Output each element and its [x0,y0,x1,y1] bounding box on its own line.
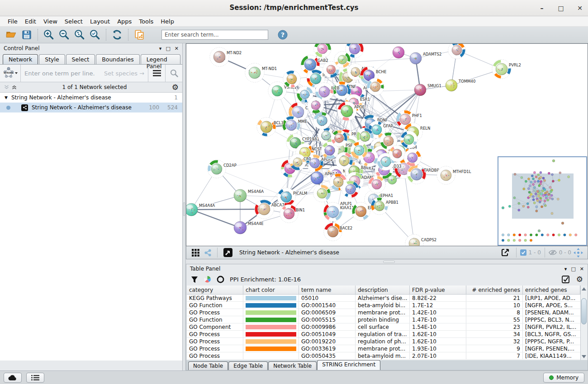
panel-float-icon[interactable]: □ [166,46,170,52]
panel-menu-icon[interactable]: ▾ [159,46,162,52]
network-node[interactable] [448,44,465,59]
tab-legend-panel[interactable]: Legend Panel [141,54,180,64]
zoom-in-button[interactable] [42,28,56,42]
refresh-button[interactable] [110,28,124,42]
network-node-mt-nd2[interactable]: MT-ND2 [210,47,242,66]
network-node-apbb1[interactable]: APBB1 [371,197,398,215]
ring-chart-icon[interactable] [217,276,224,283]
menu-apps[interactable]: Apps [114,17,135,26]
enrichment-table[interactable]: categorychart colorterm namedescriptionF… [187,286,580,360]
menu-edit[interactable]: Edit [22,17,39,26]
panel-close-icon[interactable]: ✕ [175,46,179,52]
network-node[interactable] [313,185,331,202]
scroll-down-icon[interactable] [582,355,586,358]
network-node[interactable] [400,131,417,148]
string-options-button[interactable] [148,65,165,82]
tab-style[interactable]: Style [39,54,65,64]
memory-button[interactable]: Memory [543,373,584,383]
network-node[interactable] [368,176,385,193]
column-header[interactable]: # enriched genes [466,286,523,294]
string-search-button[interactable] [165,65,182,82]
network-node-tomm40[interactable]: TOMM40 [446,79,475,91]
export-network-button[interactable] [498,246,512,259]
collapse-all-icon[interactable] [4,84,9,90]
tab-network[interactable]: Network [3,54,38,64]
zoom-out-button[interactable] [57,28,71,42]
network-node-bace2[interactable]: BACE2 [324,223,352,241]
network-node[interactable] [313,112,331,129]
table-row[interactable]: GO ComponentGO:0009986cell surface1.54E-… [187,323,580,331]
filter-icon[interactable] [191,276,198,283]
network-node[interactable] [404,149,421,166]
zoom-selected-button[interactable] [88,28,102,42]
table-settings-gear-icon[interactable]: ⚙ [576,276,583,283]
zoom-fit-button[interactable] [72,28,87,42]
network-node[interactable] [331,130,347,146]
network-node-tardbp[interactable]: TARDBP [407,165,439,184]
tab-network-table[interactable]: Network Table [268,361,317,370]
pie-chart-icon[interactable] [204,276,211,283]
column-header[interactable]: description [356,286,410,294]
import-network-button[interactable] [132,28,147,42]
network-node[interactable] [342,181,359,198]
network-node[interactable] [283,70,300,88]
select-all-checkbox-icon[interactable] [562,276,570,284]
menu-tools[interactable]: Tools [136,17,156,26]
birds-eye-view[interactable] [498,156,587,246]
table-row[interactable]: KEGG Pathways05010Alzheimer's dise...8.8… [187,295,580,302]
tab-edge-table[interactable]: Edge Table [228,361,268,370]
vertical-splitter[interactable] [183,43,186,370]
table-row[interactable]: GO ProcessGO:0051049regulation of tra...… [187,331,580,338]
network-node-ms4a4e[interactable]: MS4A4E [234,221,264,234]
network-node[interactable] [389,145,405,162]
splitter-grip[interactable] [183,202,185,216]
network-node[interactable] [351,142,368,159]
tab-select[interactable]: Select [66,54,95,64]
string-protein-query-selector[interactable]: STRING [0,65,21,82]
tab-boundaries[interactable]: Boundaries [96,54,139,64]
horizontal-splitter[interactable] [186,259,588,264]
table-row[interactable]: GO ProcessGO:0050435beta-amyloid m...2.0… [187,352,580,360]
splitter-grip-horizontal[interactable] [383,261,395,263]
open-session-button[interactable] [4,28,19,42]
search-input[interactable] [161,30,268,40]
scroll-up-icon[interactable] [582,287,586,290]
network-node-bcl3[interactable]: BCL3 [257,117,284,136]
column-header[interactable]: FDR p-value [410,286,466,294]
tab-node-table[interactable]: Node Table [188,361,228,370]
cloud-tasks-button[interactable] [4,373,22,383]
network-node-cd2ap[interactable]: CD2AP [208,160,237,178]
task-history-button[interactable] [26,373,44,383]
expand-all-icon[interactable] [11,84,17,90]
network-node-mme[interactable]: MME [282,116,307,134]
column-header[interactable]: enriched genes [523,286,580,294]
menu-view[interactable]: View [40,17,61,26]
help-button[interactable]: ? [275,28,290,42]
network-node[interactable] [314,44,331,57]
network-node-abca7[interactable]: ABCA7 [255,200,285,219]
network-node-cadps2[interactable]: CADPS2 [405,234,436,246]
menu-select[interactable]: Select [62,17,86,26]
string-query-input[interactable]: Enter one term per line. Set species → [21,70,148,77]
network-node[interactable] [336,152,353,169]
column-header[interactable]: term name [299,286,356,294]
network-view[interactable]: MT-ND2MT-ND1VSNL1GAB2ADAMTS2PVRL2TOMM40S… [186,43,588,246]
network-node[interactable] [334,52,351,68]
tab-string-enrichment[interactable]: STRING Enrichment [317,360,380,370]
collection-row[interactable]: ▼ String Network - Alzheimer's disease 1 [0,93,182,103]
close-button[interactable]: ✕ [576,5,583,12]
network-node[interactable] [388,175,397,184]
table-row[interactable]: GO ProcessGO:0006509membrane prot...1.42… [187,309,580,316]
scrollbar-thumb[interactable] [581,298,587,324]
menu-layout[interactable]: Layout [87,17,113,26]
network-style-button[interactable] [202,246,213,259]
network-node-ms4a6a[interactable]: MS4A6A [234,189,264,202]
minimize-button[interactable]: – [538,5,545,12]
table-row[interactable]: GO ProcessGO:0019220regulation of ph...1… [187,338,580,345]
network-node-adamts2[interactable]: ADAMTS2 [410,52,441,64]
table-row[interactable]: GO FunctionGO:0005515protein binding1.47… [187,316,580,323]
collection-caret-icon[interactable]: ▼ [5,95,8,100]
network-node[interactable] [367,78,384,95]
network-node[interactable] [308,97,324,113]
column-header[interactable]: category [187,286,243,294]
